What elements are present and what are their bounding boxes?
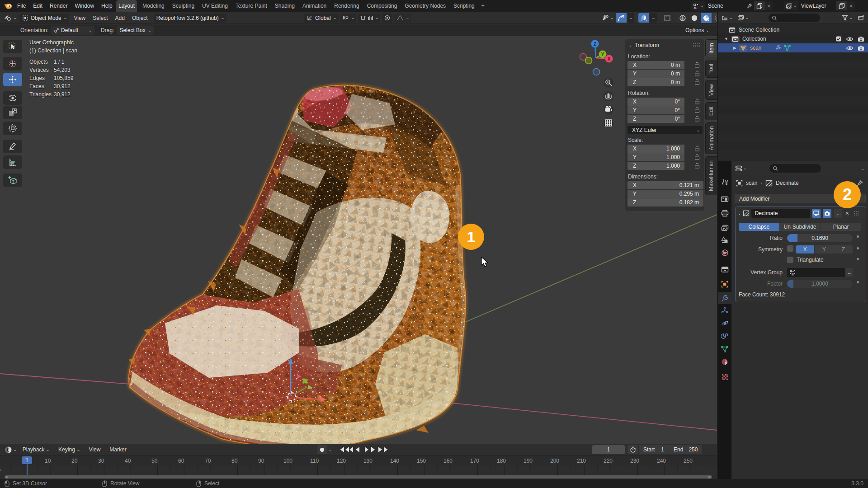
svg-text:Z: Z	[594, 42, 596, 47]
svg-text:Y: Y	[601, 52, 604, 57]
svg-text:X: X	[608, 56, 611, 61]
